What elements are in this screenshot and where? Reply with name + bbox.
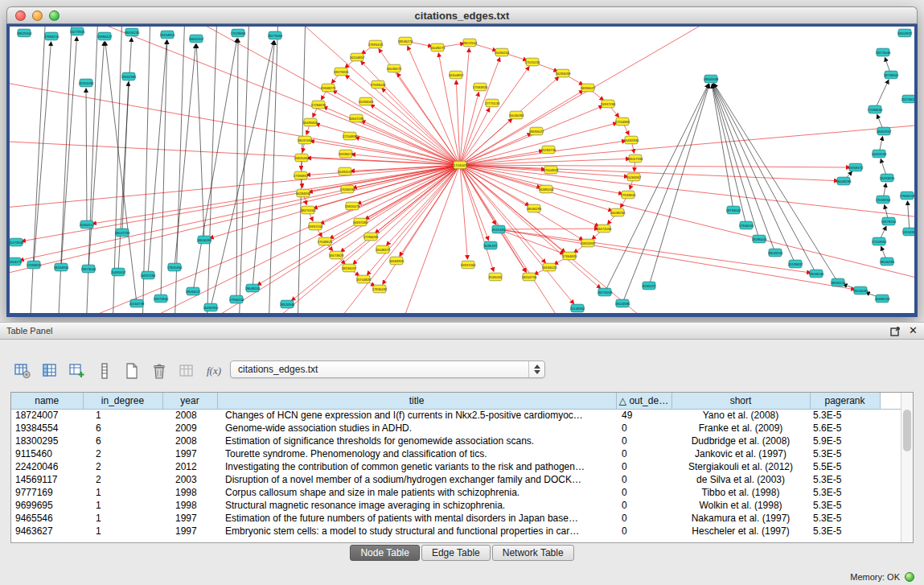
table-row[interactable]: 911546021997Tourette syndrome. Phenomeno… — [11, 447, 913, 460]
float-panel-icon[interactable] — [890, 326, 901, 336]
network-node[interactable]: 18462937 — [877, 127, 892, 135]
network-node[interactable]: 16049273 — [430, 43, 446, 51]
network-node[interactable]: 16573829 — [329, 251, 344, 259]
network-node[interactable]: 17775133 — [485, 99, 500, 107]
tab-node-table[interactable]: Node Table — [350, 545, 420, 561]
cell-year[interactable]: 1998 — [162, 499, 217, 512]
network-node[interactable]: 17284650 — [868, 105, 883, 113]
network-node[interactable]: 18047293 — [115, 229, 130, 237]
network-node[interactable]: 17394820 — [27, 261, 42, 269]
cell-name[interactable]: 9463627 — [11, 525, 83, 538]
network-node[interactable]: 16937482 — [353, 218, 368, 226]
cell-title[interactable]: Genome-wide association studies in ADHD. — [217, 422, 616, 435]
cell-name[interactable]: 19384554 — [11, 422, 83, 435]
network-node[interactable]: 15948273 — [321, 84, 336, 92]
network-node[interactable]: 18612504 — [462, 39, 478, 47]
cell-in_degree[interactable]: 2 — [83, 460, 162, 473]
cell-year[interactable]: 2008 — [162, 435, 217, 447]
network-node[interactable]: 20486159 — [875, 295, 890, 303]
function-builder-icon[interactable]: f(x) — [204, 361, 224, 381]
cell-year[interactable]: 2008 — [162, 409, 217, 422]
network-node[interactable]: 16385204 — [539, 185, 554, 193]
show-columns-icon[interactable] — [40, 361, 60, 381]
cell-out_degree[interactable]: 0 — [616, 447, 671, 460]
cell-out_degree[interactable]: 0 — [616, 460, 671, 473]
network-node[interactable]: 17593820 — [621, 191, 636, 199]
network-node[interactable]: 20274615 — [901, 95, 914, 103]
cell-short[interactable]: Franke et al. (2009) — [671, 422, 810, 435]
close-button[interactable] — [15, 10, 26, 21]
table-mode-icon[interactable] — [13, 361, 32, 381]
network-node[interactable]: 16273945 — [70, 27, 85, 35]
cell-name[interactable]: 9699695 — [11, 499, 83, 512]
network-node[interactable]: 4515345 — [492, 225, 506, 233]
table-row[interactable]: 2242004622012Investigating the contribut… — [11, 460, 913, 473]
column-header-out_degree[interactable]: △ out_de… — [616, 393, 671, 409]
network-node[interactable]: 20360517 — [80, 220, 95, 229]
network-node[interactable]: 14462058 — [872, 150, 887, 158]
scrollbar-thumb[interactable] — [903, 410, 911, 451]
cell-out_degree[interactable]: 0 — [616, 499, 671, 512]
cell-pagerank[interactable]: 5.3E-5 — [810, 486, 880, 499]
column-header-title[interactable]: title — [217, 393, 616, 409]
network-node[interactable]: 17893425 — [368, 40, 384, 48]
network-node[interactable]: 16495820 — [303, 118, 318, 126]
network-node[interactable]: 18416230 — [125, 28, 140, 36]
column-header-in_degree[interactable]: in_degree — [83, 393, 162, 409]
cell-short[interactable]: Jankovic et al. (1997) — [671, 447, 810, 460]
network-node[interactable]: 12016384 — [902, 228, 914, 236]
network-canvas[interactable]: 1862530417894210162739451598042718416230… — [10, 27, 914, 313]
network-node[interactable]: 19402837 — [897, 29, 913, 37]
network-node[interactable]: 15456204 — [495, 48, 510, 56]
cell-out_degree[interactable]: 49 — [616, 409, 671, 422]
cell-short[interactable]: Hescheler et al. (1997) — [671, 525, 810, 538]
network-node[interactable]: 18649205 — [768, 249, 783, 257]
cell-year[interactable]: 1997 — [162, 447, 217, 460]
network-node[interactable]: 15273948 — [10, 238, 24, 246]
network-node[interactable]: 15284967 — [626, 173, 642, 181]
network-node[interactable]: 18625304 — [17, 29, 32, 37]
network-node[interactable]: 17936204 — [229, 295, 244, 303]
network-node[interactable]: 15937460 — [461, 261, 476, 269]
cell-in_degree[interactable]: 2 — [83, 473, 162, 486]
cell-pagerank[interactable]: 5.3E-5 — [810, 409, 880, 422]
cell-name[interactable]: 18300295 — [11, 435, 83, 447]
network-node[interactable]: 20195837 — [788, 260, 803, 268]
cell-in_degree[interactable]: 6 — [83, 422, 162, 435]
network-node[interactable]: 15938472 — [339, 150, 354, 158]
cell-short[interactable]: Nakamura et al. (1997) — [671, 512, 810, 525]
cell-title[interactable]: Estimation of the future numbers of pati… — [217, 512, 616, 525]
network-node[interactable]: 24606482 — [197, 236, 212, 244]
network-node[interactable]: 15820937 — [581, 239, 596, 247]
network-node[interactable]: 20164738 — [129, 299, 145, 307]
network-node[interactable]: 16842307 — [189, 35, 204, 43]
table-row[interactable]: 1830029562008Estimation of significance … — [11, 435, 913, 447]
cell-out_degree[interactable]: 0 — [616, 525, 671, 538]
cell-pagerank[interactable]: 5.3E-5 — [810, 473, 880, 486]
cell-name[interactable]: 14569117 — [11, 473, 83, 486]
table-row[interactable]: 1456911722003Disruption of a novel membe… — [11, 473, 913, 486]
network-node[interactable]: 19573046 — [81, 265, 97, 273]
cell-in_degree[interactable]: 6 — [83, 435, 162, 447]
network-node[interactable]: 18470263 — [301, 206, 316, 214]
network-node[interactable]: 19462385 — [121, 72, 137, 80]
cell-out_degree[interactable]: 0 — [616, 473, 671, 486]
network-node[interactable]: 19024586 — [615, 299, 630, 307]
network-node[interactable]: 19565938 — [704, 75, 719, 83]
network-node[interactable]: 9245072 — [643, 282, 656, 290]
cell-title[interactable]: Embryonic stem cells: a model to study s… — [217, 525, 616, 538]
minimize-button[interactable] — [32, 10, 43, 21]
network-node[interactable]: 17604829 — [544, 166, 559, 174]
network-node[interactable]: 18536274 — [398, 37, 413, 45]
network-node[interactable]: 15820473 — [345, 202, 360, 210]
cell-pagerank[interactable]: 5.5E-5 — [810, 460, 880, 473]
network-node[interactable]: 16048293 — [836, 177, 852, 185]
cell-pagerank[interactable]: 5.9E-5 — [810, 435, 880, 447]
network-node[interactable]: 20481637 — [111, 268, 126, 276]
network-node[interactable]: 18739402 — [884, 71, 899, 79]
column-header-short[interactable]: short — [671, 393, 810, 409]
network-node[interactable]: 16847295 — [349, 114, 364, 122]
cell-pagerank[interactable]: 5.6E-5 — [810, 422, 880, 435]
cell-pagerank[interactable]: 5.3E-5 — [810, 499, 880, 512]
network-node[interactable]: 18273064 — [268, 31, 283, 39]
